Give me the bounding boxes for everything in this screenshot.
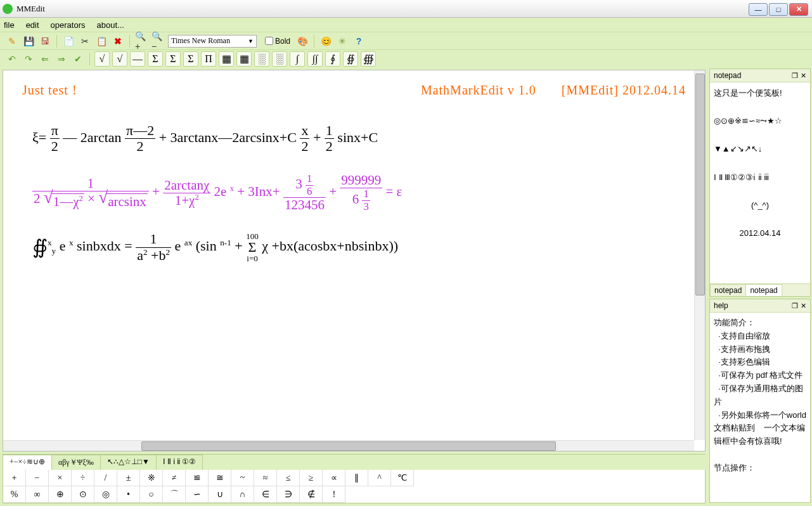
- symbol-cell[interactable]: ∩: [231, 486, 254, 503]
- symbol-cell[interactable]: ≤: [277, 470, 300, 486]
- delete-button[interactable]: ✖: [111, 34, 125, 48]
- save-button[interactable]: 💾: [22, 34, 35, 48]
- close-panel-icon[interactable]: ✕: [801, 302, 806, 310]
- header-mid: MathMarkEdit v 1.0: [421, 83, 536, 98]
- tab-arrows[interactable]: ↖∴△☆⊥□▼: [100, 455, 157, 470]
- window-controls: — □ ✕: [749, 3, 809, 16]
- maximize-button[interactable]: □: [769, 3, 788, 16]
- sum3-button[interactable]: Σ: [183, 51, 198, 67]
- help-body[interactable]: 功能简介： ·支持自由缩放 ·支持画布拖拽 ·支持彩色编辑 ·可保存为 pdf …: [710, 313, 810, 502]
- symbol-cell[interactable]: ℃: [391, 470, 414, 486]
- fraction-button[interactable]: —: [130, 51, 145, 67]
- canvas-header: Just test ! MathMarkEdit v 1.0 [MMEdit] …: [22, 83, 686, 98]
- symbol-cell[interactable]: ≌: [186, 470, 209, 486]
- matrix1-button[interactable]: ▦: [219, 51, 234, 67]
- symbol-cell[interactable]: •: [117, 486, 140, 503]
- sqrt-button[interactable]: √: [94, 51, 110, 67]
- matrix3-button[interactable]: ░: [254, 51, 269, 67]
- check-button[interactable]: ✔: [71, 52, 85, 66]
- symbol-cell[interactable]: ×: [49, 470, 72, 486]
- tab-basic[interactable]: +−×÷≋∪⊕: [3, 455, 52, 470]
- zoom-in-button[interactable]: 🔍+: [134, 34, 148, 48]
- menu-operators[interactable]: operators: [51, 20, 86, 30]
- symbol-cell[interactable]: ≠: [163, 470, 186, 486]
- notepad-panel: notepad ❐ ✕ 这只是一个便笺板! ◎⊙⊕※≌∽≈⤳★☆ ▼▲↙↘↗↖↓…: [709, 68, 811, 297]
- menu-edit[interactable]: edit: [26, 20, 39, 30]
- symbol-cell[interactable]: ∽: [186, 486, 209, 503]
- symbol-cell[interactable]: ±: [117, 470, 140, 486]
- symbol-cell[interactable]: ÷: [72, 470, 94, 486]
- symbol-cell[interactable]: −: [26, 470, 49, 486]
- contour-integral-button[interactable]: ∮: [325, 51, 340, 67]
- integral-button[interactable]: ∫: [290, 51, 305, 67]
- paste-button[interactable]: 📋: [94, 34, 108, 48]
- menu-about[interactable]: about...: [97, 20, 124, 30]
- close-panel-icon[interactable]: ✕: [801, 72, 806, 80]
- menu-file[interactable]: file: [4, 20, 15, 30]
- notepad-tab-2[interactable]: notepad: [745, 284, 782, 296]
- nthroot-button[interactable]: √: [112, 51, 127, 67]
- symbol-cell[interactable]: ∥: [345, 470, 368, 486]
- prev-button[interactable]: ⇐: [38, 52, 52, 66]
- surface-integral-button[interactable]: ∯: [343, 51, 358, 67]
- symbol-cell[interactable]: /: [94, 470, 117, 486]
- symbol-cell[interactable]: ^: [368, 470, 391, 486]
- symbol-cell[interactable]: ≅: [209, 470, 231, 486]
- misc-icon[interactable]: ✳: [335, 34, 349, 48]
- notepad-line: ◎⊙⊕※≌∽≈⤳★☆: [714, 114, 806, 128]
- symbol-cell[interactable]: ~: [231, 470, 254, 486]
- notepad-body[interactable]: 这只是一个便笺板! ◎⊙⊕※≌∽≈⤳★☆ ▼▲↙↘↗↖↓ Ⅰ Ⅱ Ⅲ①②③ⅰ ⅱ…: [710, 82, 810, 283]
- symbol-cell[interactable]: ∋: [277, 486, 300, 503]
- horizontal-scrollbar[interactable]: [3, 440, 694, 451]
- symbol-cell[interactable]: ※: [140, 470, 163, 486]
- product-button[interactable]: Π: [201, 51, 216, 67]
- undo-button[interactable]: ↶: [5, 52, 19, 66]
- minimize-button[interactable]: —: [749, 3, 768, 16]
- bold-checkbox[interactable]: Bold: [262, 35, 290, 47]
- symbol-cell[interactable]: ≥: [300, 470, 323, 486]
- symbol-cell[interactable]: ∞: [26, 486, 49, 503]
- symbol-cell[interactable]: ○: [140, 486, 163, 503]
- volume-integral-button[interactable]: ∰: [361, 51, 376, 67]
- undock-icon[interactable]: ❐: [792, 72, 798, 80]
- symbol-cell[interactable]: +: [3, 470, 26, 486]
- canvas[interactable]: Just test ! MathMarkEdit v 1.0 [MMEdit] …: [3, 70, 706, 451]
- matrix4-button[interactable]: ░: [272, 51, 287, 67]
- symbol-cell[interactable]: ！: [323, 486, 345, 503]
- sum2-button[interactable]: Σ: [165, 51, 181, 67]
- redo-button[interactable]: ↷: [22, 52, 35, 66]
- symbol-cell[interactable]: ◎: [94, 486, 117, 503]
- sum1-button[interactable]: Σ: [148, 51, 163, 67]
- symbol-cell[interactable]: ⌒: [163, 486, 186, 503]
- new-button[interactable]: ✎: [5, 34, 19, 48]
- menubar: file edit operators about...: [0, 18, 812, 32]
- tab-greek[interactable]: αβγ￥Ψξ‰: [51, 455, 101, 470]
- smiley-icon[interactable]: 😊: [319, 34, 333, 48]
- symbol-cell[interactable]: ∈: [254, 486, 277, 503]
- equation-2: 1 2 1—χ2 × arcsinx + 2arctanχ 1+χ2 2: [32, 173, 686, 212]
- undock-icon[interactable]: ❐: [792, 302, 798, 310]
- cut-button[interactable]: ✂: [78, 34, 92, 48]
- matrix2-button[interactable]: ▦: [236, 51, 252, 67]
- save-as-button[interactable]: 🖫: [38, 34, 52, 48]
- symbol-cell[interactable]: ⊙: [72, 486, 94, 503]
- double-integral-button[interactable]: ∫∫: [307, 51, 323, 67]
- vertical-scrollbar[interactable]: [694, 70, 705, 440]
- copy-button[interactable]: 📄: [61, 34, 75, 48]
- help-title: help: [714, 301, 728, 310]
- font-select[interactable]: Times New Roman ▼: [168, 35, 257, 48]
- symbol-cell[interactable]: ∝: [323, 470, 345, 486]
- symbol-cell[interactable]: ⊕: [49, 486, 72, 503]
- next-button[interactable]: ⇒: [55, 52, 68, 66]
- zoom-out-button[interactable]: 🔍−: [151, 34, 165, 48]
- symbol-cell[interactable]: ∪: [209, 486, 231, 503]
- notepad-tab-1[interactable]: notepad: [710, 284, 746, 296]
- symbol-cell[interactable]: ∉: [300, 486, 323, 503]
- color-button[interactable]: 🎨: [295, 34, 309, 48]
- help-icon[interactable]: ?: [352, 34, 366, 48]
- tab-numerals[interactable]: Ⅰ Ⅱ ⅰ ⅱ ①②: [156, 455, 203, 470]
- close-button[interactable]: ✕: [789, 3, 808, 16]
- notepad-line: ▼▲↙↘↗↖↓: [714, 142, 806, 156]
- symbol-cell[interactable]: ≈: [254, 470, 277, 486]
- symbol-cell[interactable]: %: [3, 486, 26, 503]
